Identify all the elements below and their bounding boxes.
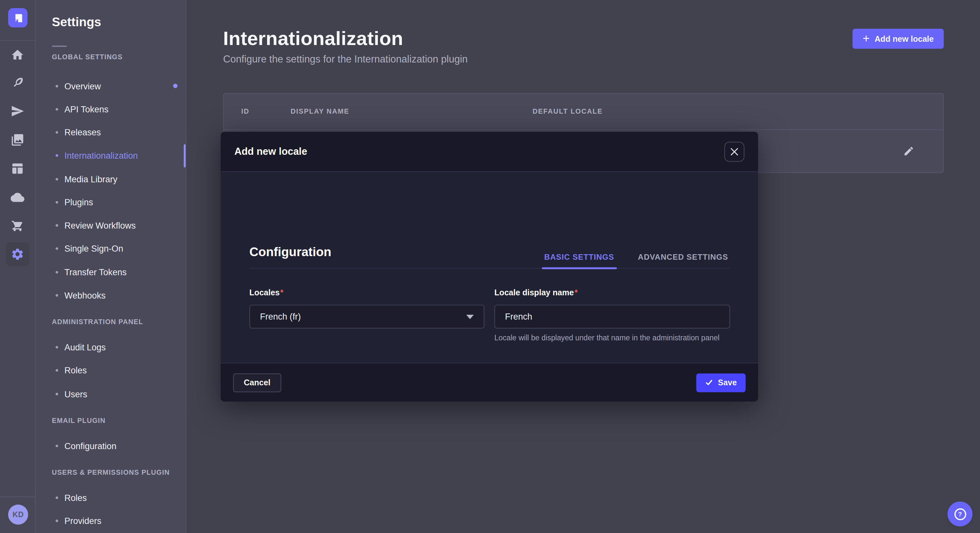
modal-footer: Cancel Save [221, 363, 758, 401]
close-modal-button[interactable] [724, 141, 745, 162]
display-name-input[interactable] [494, 305, 730, 328]
display-name-label-text: Locale display name [494, 288, 574, 297]
check-icon [705, 379, 713, 387]
required-asterisk: * [574, 288, 578, 297]
save-label: Save [718, 378, 737, 387]
modal-header: Add new locale [221, 132, 758, 171]
display-name-helper-text: Locale will be displayed under that name… [494, 333, 732, 343]
save-button[interactable]: Save [696, 373, 746, 392]
locales-label-text: Locales [249, 288, 279, 297]
modal-body: Configuration BASIC SETTINGS ADVANCED SE… [221, 171, 758, 363]
modal-title: Add new locale [234, 146, 307, 157]
required-asterisk: * [280, 288, 283, 297]
tab-advanced-settings[interactable]: ADVANCED SETTINGS [636, 246, 729, 268]
cancel-button[interactable]: Cancel [233, 373, 281, 392]
settings-tabs: BASIC SETTINGS ADVANCED SETTINGS [543, 246, 729, 268]
configuration-section-title: Configuration [249, 245, 331, 259]
locales-select-value: French (fr) [260, 311, 301, 322]
add-locale-modal: Add new locale Configuration BASIC SETTI… [221, 132, 758, 401]
locales-field-label: Locales* [249, 288, 283, 297]
chevron-down-icon [466, 314, 474, 319]
tab-basic-settings[interactable]: BASIC SETTINGS [543, 246, 615, 268]
strapi-admin-screen: KD Settings GLOBAL SETTINGS Overview API… [0, 0, 980, 533]
close-icon [730, 148, 738, 155]
locales-select[interactable]: French (fr) [249, 305, 484, 328]
display-name-field-label: Locale display name* [494, 288, 578, 297]
